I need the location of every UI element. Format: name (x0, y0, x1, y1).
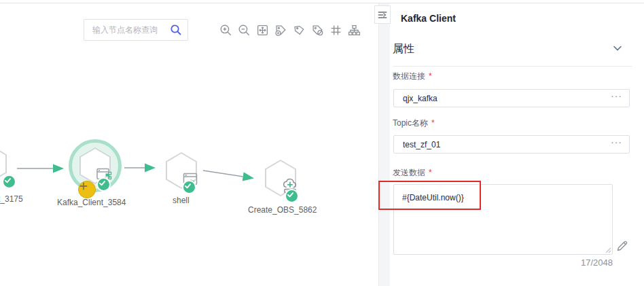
send-data-area: #{DateUtil.now()} (393, 184, 613, 255)
node-search-input[interactable] (84, 25, 170, 35)
edit-pencil-icon[interactable] (615, 239, 629, 253)
edge-shell-to-obs (203, 171, 252, 178)
send-data-textarea[interactable]: #{DateUtil.now()} (393, 184, 613, 255)
success-badge (2, 175, 16, 189)
chevron-down-icon[interactable] (613, 45, 622, 52)
grid-icon[interactable] (329, 23, 342, 37)
fit-view-icon[interactable] (255, 23, 269, 37)
node-search-box (84, 19, 188, 41)
workflow-editor: t_3175 (0, 0, 644, 286)
required-marker: * (429, 168, 432, 177)
zoom-out-icon[interactable] (237, 23, 251, 37)
node-label: Create_OBS_5862 (248, 205, 317, 215)
topic-name-more-button[interactable]: ··· (608, 133, 629, 156)
node-3175[interactable] (0, 145, 9, 183)
section-divider (393, 66, 632, 67)
panel-title: Kafka Client (401, 13, 456, 24)
node-label: Kafka_Client_3584 (57, 198, 126, 207)
node-label: shell (173, 196, 190, 205)
panel-divider (378, 3, 390, 286)
tag-disable-icon[interactable] (310, 23, 324, 37)
tag-add-icon[interactable] (274, 23, 287, 37)
required-marker: * (431, 118, 435, 128)
node-kafka-client[interactable] (77, 147, 113, 185)
success-badge (182, 180, 196, 194)
topic-name-input[interactable] (394, 140, 608, 149)
add-badge[interactable] (78, 181, 96, 198)
field-label-data-connection: 数据连接* (393, 71, 432, 82)
required-marker: * (429, 71, 432, 81)
tag-icon[interactable] (292, 23, 306, 37)
edge-layer (0, 3, 378, 286)
canvas-toolbar (219, 23, 361, 37)
data-connection-more-button[interactable]: ··· (608, 87, 629, 109)
field-label-send-data: 发送数据* (393, 167, 432, 179)
search-icon[interactable] (170, 24, 182, 36)
section-header-properties: 属性 (393, 42, 414, 56)
properties-panel: Kafka Client 属性 数据连接* ··· Topic名称* ··· 发… (390, 3, 644, 286)
success-badge (96, 177, 111, 192)
char-counter: 17/2048 (393, 257, 613, 268)
node-shell[interactable]: </> (164, 151, 199, 190)
zoom-in-icon[interactable] (219, 23, 232, 37)
node-label: t_3175 (0, 194, 23, 204)
collapse-panel-button[interactable] (374, 5, 391, 24)
field-label-topic-name: Topic名称* (393, 118, 435, 129)
dag-canvas[interactable]: t_3175 (0, 3, 378, 286)
node-create-obs[interactable] (263, 159, 298, 197)
auto-layout-icon[interactable] (347, 23, 361, 37)
data-connection-input[interactable] (394, 94, 608, 103)
success-badge (285, 189, 299, 203)
data-connection-field: ··· (393, 89, 630, 107)
topic-name-field: ··· (393, 135, 630, 154)
